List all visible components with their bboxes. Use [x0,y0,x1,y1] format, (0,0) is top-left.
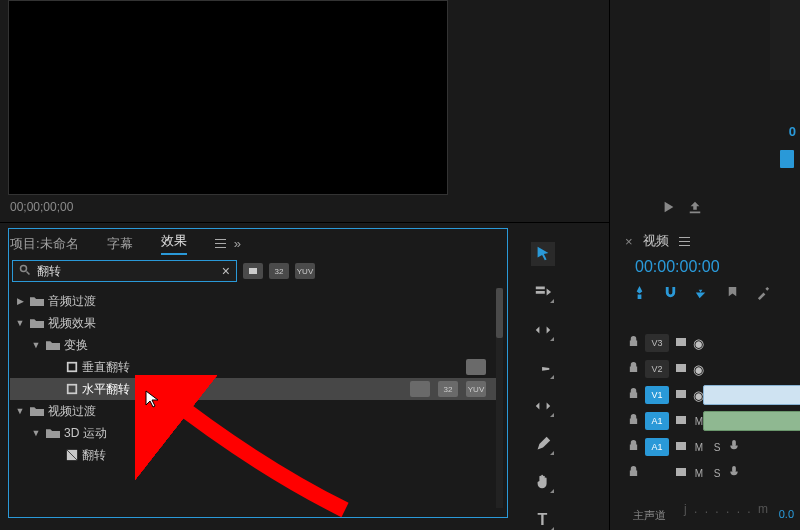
filter-32bit-icon[interactable]: 32 [269,263,289,279]
solo-toggle[interactable]: S [711,442,723,453]
ripple-edit-tool[interactable] [531,318,555,342]
tree-label: 音频过渡 [48,293,96,310]
mute-toggle[interactable]: M [693,468,705,479]
eye-icon[interactable]: ◉ [693,336,704,351]
lock-icon[interactable] [628,336,639,350]
effect-vertical-flip[interactable]: 垂直翻转 [10,356,496,378]
monitor-transport [662,200,702,217]
svg-rect-11 [676,442,686,450]
monitor-timecode[interactable]: 00;00;00;00 [10,200,73,214]
selection-tool[interactable] [531,242,555,266]
toggle-output-icon[interactable] [675,336,687,351]
lock-icon[interactable] [628,414,639,428]
filter-yuv-icon[interactable]: YUV [295,263,315,279]
effect-horizontal-flip[interactable]: 水平翻转 32 YUV [10,378,496,400]
audio-clip[interactable] [703,411,800,431]
chevron-down-icon[interactable]: ▼ [14,406,26,416]
tool-palette: T [520,230,565,530]
monitor-in-marker[interactable] [780,150,794,168]
track-label[interactable]: V2 [645,360,669,378]
toggle-output-icon[interactable] [675,466,687,481]
master-level-value[interactable]: 0.0 [779,508,794,520]
tree-folder-audio-transitions[interactable]: ▶ 音频过渡 [10,290,496,312]
voice-record-icon[interactable] [729,439,739,455]
toggle-output-icon[interactable] [675,362,687,377]
track-v3[interactable]: V3 ◉ [618,330,800,356]
tree-folder-video-transitions[interactable]: ▼ 视频过渡 [10,400,496,422]
track-label[interactable]: V3 [645,334,669,352]
tree-folder-transform[interactable]: ▼ 变换 [10,334,496,356]
folder-icon [30,296,44,307]
svg-rect-8 [676,390,686,398]
chevron-right-icon[interactable]: ▶ [14,296,26,306]
export-frame-icon[interactable] [688,200,702,217]
tree-folder-video-effects[interactable]: ▼ 视频效果 [10,312,496,334]
track-v2[interactable]: V2 ◉ [618,356,800,382]
tree-scrollbar[interactable] [496,288,503,508]
pen-tool[interactable] [531,432,555,456]
marker-icon[interactable] [725,285,740,303]
monitor-right-strip [770,0,800,80]
magnet-icon[interactable] [663,285,678,303]
tree-label: 垂直翻转 [82,359,130,376]
track-select-tool[interactable] [531,280,555,304]
tab-subtitles[interactable]: 字幕 [107,235,133,253]
video-clip[interactable] [703,385,800,405]
search-icon [19,264,31,279]
toggle-output-icon[interactable] [675,388,687,403]
track-label[interactable]: V1 [645,386,669,404]
toggle-output-icon[interactable] [675,414,687,429]
sequence-title[interactable]: 视频 [643,232,669,250]
toggle-output-icon[interactable] [675,440,687,455]
track-v1[interactable]: V1 ◉ [618,382,800,408]
mute-toggle[interactable]: M [693,442,705,453]
voice-record-icon[interactable] [729,465,739,481]
lock-icon[interactable] [628,466,639,480]
close-panel-icon[interactable]: × [625,234,633,249]
solo-toggle[interactable]: S [711,468,723,479]
master-track-label: 主声道 [633,508,666,523]
panel-menu-icon[interactable] [679,237,690,246]
effect-icon [66,383,78,395]
effects-search-box[interactable]: × [12,260,237,282]
lock-icon[interactable] [628,440,639,454]
timeline-panel-header: × 视频 [625,232,690,250]
panel-overflow-icon[interactable]: » [234,236,241,251]
watermark-text: j . . . . . . m [684,502,770,516]
track-a1b[interactable]: A1 M S [618,434,800,460]
folder-icon [30,406,44,417]
effects-search-input[interactable] [37,264,216,278]
transition-icon [66,449,78,461]
track-label[interactable]: A1 [645,438,669,456]
chevron-down-icon[interactable]: ▼ [30,340,42,350]
effect-icon [66,361,78,373]
tree-label: 视频效果 [48,315,96,332]
razor-tool[interactable] [531,356,555,380]
linked-selection-icon[interactable] [694,285,709,303]
tab-effects[interactable]: 效果 [161,232,187,255]
filter-accelerated-icon[interactable] [243,263,263,279]
lock-icon[interactable] [628,362,639,376]
panel-menu-icon[interactable] [215,239,226,248]
eye-icon[interactable]: ◉ [693,362,704,377]
playhead-timecode[interactable]: 00:00:00:00 [635,258,720,276]
scrollbar-thumb[interactable] [496,288,503,338]
transition-flip[interactable]: 翻转 [10,444,496,466]
lock-icon[interactable] [628,388,639,402]
snap-icon[interactable] [632,285,647,303]
tree-folder-3d-motion[interactable]: ▼ 3D 运动 [10,422,496,444]
clear-search-icon[interactable]: × [222,263,230,279]
type-tool[interactable]: T [531,508,555,530]
track-label[interactable]: A1 [645,412,669,430]
chevron-down-icon[interactable]: ▼ [14,318,26,328]
play-icon[interactable] [662,200,676,217]
hand-tool[interactable] [531,470,555,494]
settings-icon[interactable] [756,285,771,303]
svg-point-0 [21,265,27,271]
tab-project[interactable]: 项目:未命名 [10,235,79,253]
chevron-down-icon[interactable]: ▼ [30,428,42,438]
folder-icon [30,318,44,329]
track-a1[interactable]: A1 M S [618,408,800,434]
slip-tool[interactable] [531,394,555,418]
track-master[interactable]: M S [618,460,800,486]
